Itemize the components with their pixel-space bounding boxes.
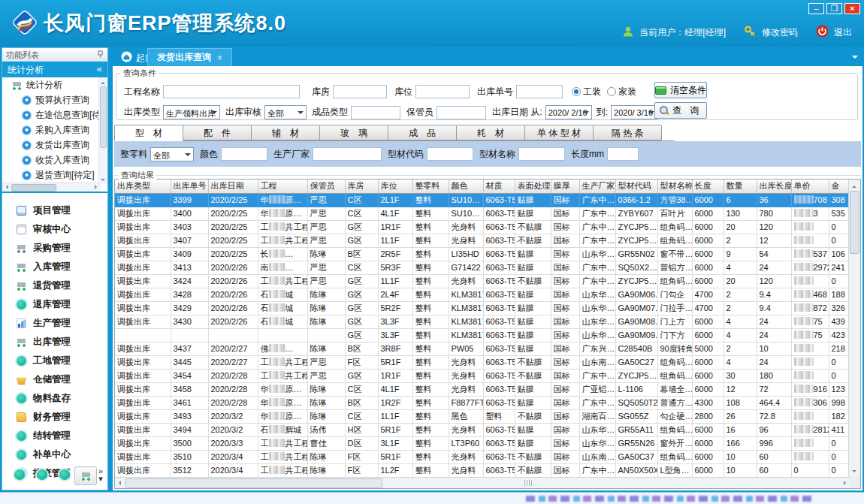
tree-item[interactable]: 发货出库查询	[2, 137, 107, 152]
table-row[interactable]: 调拨出库34072020/2/25工共工程严思G区1L1F整料光身料6063-T…	[115, 234, 850, 247]
tree-horizontal-scrollbar[interactable]	[2, 183, 101, 192]
location-input[interactable]	[415, 85, 470, 98]
table-row[interactable]: 调拨出库35122020/3/4工共工程陈琳F区1L2F整料光身料6063-T5…	[115, 463, 850, 477]
column-header[interactable]: 整零料	[412, 180, 449, 193]
tree-item[interactable]: 预算执行查询	[2, 92, 107, 107]
whole-part-combo[interactable]: 全部	[150, 147, 194, 161]
column-header[interactable]: 出库日期	[208, 180, 258, 193]
table-row[interactable]: 调拨出库34002020/2/25华原…严思C区4L1F整料SU10…6063-…	[115, 207, 850, 220]
sidebar-item[interactable]: 仓储管理	[2, 370, 107, 389]
column-header[interactable]: 出库类型	[115, 180, 171, 193]
sidebar-item[interactable]: 财务管理	[2, 408, 107, 427]
tree-item[interactable]: 在途信息查询[待	[2, 107, 107, 122]
table-row[interactable]: 调拨出库34282020/2/26石城陈琳G区2L4F整料KLM38176063…	[115, 288, 850, 301]
column-header[interactable]: 库房	[345, 180, 378, 193]
column-header[interactable]: 型材名称	[657, 180, 692, 193]
material-tab[interactable]: 型 材	[114, 125, 183, 141]
column-header[interactable]: 生产厂家	[579, 180, 615, 193]
warehouse-input[interactable]	[333, 85, 387, 98]
table-row[interactable]: 调拨出库34032020/2/25工共工程严思G区1R1F整料光身料6063-T…	[115, 220, 850, 234]
change-password-link[interactable]: 修改密码	[762, 26, 798, 39]
sidebar-item[interactable]: 出库管理	[2, 333, 107, 352]
pin-icon[interactable]	[97, 50, 104, 59]
profile-code-input[interactable]	[427, 147, 473, 161]
tree-item[interactable]: 采购入库查询	[2, 122, 107, 137]
sidebar-item[interactable]: 结转管理	[2, 427, 107, 445]
sidebar-item[interactable]: 审核中心	[2, 220, 107, 239]
column-header[interactable]: 工程	[258, 180, 307, 193]
collapse-icon[interactable]: «	[97, 63, 102, 74]
table-row[interactable]: 调拨出库34612020/2/28华原…陈琳B区1R2F整料F8877FT606…	[115, 396, 850, 409]
clear-conditions-button[interactable]: 清空条件	[654, 82, 707, 98]
maker-input[interactable]	[313, 147, 382, 161]
column-header[interactable]: 材质	[483, 180, 515, 193]
table-row[interactable]: 调拨出库34452020/2/27工共工程严思F区5R1F整料光身料6063-T…	[115, 355, 850, 369]
column-header[interactable]: 出库单号	[171, 180, 208, 193]
color-input[interactable]	[221, 147, 267, 161]
maximize-button[interactable]: ❒	[826, 3, 842, 14]
project-name-input[interactable]	[163, 85, 300, 98]
table-row[interactable]: 调拨出库34542020/2/28工共工程严思G区1R1F整料光身料6063-T…	[115, 369, 850, 382]
table-row[interactable]: 调拨出库34942020/3/2石辉城汤伟H区5R1F整料光身料6063-T5贴…	[115, 423, 850, 436]
group-header[interactable]: 统计分析 «	[2, 62, 107, 77]
radio-work[interactable]: 工装	[572, 86, 601, 98]
keeper-input[interactable]	[437, 106, 486, 119]
table-row[interactable]: 调拨出库33992020/2/25华原…严思C区2L1F整料SU10…6063-…	[115, 193, 850, 207]
sidebar-item[interactable]: 物料盘存	[2, 389, 107, 408]
product-type-input[interactable]	[351, 106, 400, 119]
out-no-input[interactable]	[516, 85, 563, 98]
table-row[interactable]: 调拨出库34242020/2/26工共工程严思G区1L1F整料光身料6063-T…	[115, 274, 850, 288]
sidebar-item[interactable]: 工地管理	[2, 352, 107, 370]
table-row[interactable]: G区3L3F整料KLM38176063-T5贴膜国标山东华…GA90M09.门下…	[115, 328, 850, 342]
sidebar-item[interactable]: 补单中心	[2, 445, 107, 464]
out-type-combo[interactable]: 生产领料出库	[163, 105, 220, 119]
horizontal-scrollbar[interactable]	[115, 477, 850, 488]
material-tab[interactable]: 辅 材	[251, 125, 320, 140]
dock-cart-button[interactable]	[74, 466, 97, 485]
dock-circle-icon[interactable]	[59, 469, 70, 480]
material-tab[interactable]: 隔 热 条	[593, 125, 662, 140]
column-header[interactable]: 颜色	[449, 180, 483, 193]
dock-circle-icon[interactable]	[37, 469, 47, 480]
tree-item[interactable]: 退货查询[待定]	[2, 167, 107, 183]
tree-item[interactable]: 收货入库查询	[2, 152, 107, 167]
tab-list-dropdown-icon[interactable]	[852, 56, 858, 62]
audit-combo[interactable]: 全部	[264, 105, 307, 119]
radio-home[interactable]: 家装	[607, 86, 636, 98]
column-header[interactable]: 单价	[791, 180, 829, 193]
material-tab[interactable]: 配 件	[183, 125, 252, 140]
sidebar-item[interactable]: 项目管理	[2, 201, 107, 220]
tree-root[interactable]: 统计分析	[2, 77, 107, 92]
column-header[interactable]: 型材代码	[615, 180, 657, 193]
material-tab[interactable]: 成 品	[388, 125, 457, 140]
column-header[interactable]: 保管员	[307, 180, 345, 193]
dock-more-button[interactable]: »▾	[98, 467, 103, 482]
material-tab[interactable]: 耗 材	[456, 125, 525, 140]
sidebar-item[interactable]: 退库管理	[2, 295, 107, 314]
sidebar-item[interactable]: 退货管理	[2, 276, 107, 295]
column-header[interactable]: 表面处理	[515, 180, 551, 193]
logout-link[interactable]: 退出	[834, 26, 852, 39]
column-header[interactable]: 数量	[724, 180, 757, 193]
minimize-button[interactable]: –	[808, 3, 824, 14]
column-header[interactable]: 库位	[378, 180, 412, 193]
dock-circle-icon[interactable]	[14, 469, 25, 480]
table-row[interactable]: 调拨出库34302020/2/26石城陈琳G区3L3F整料KLM38176063…	[115, 315, 850, 328]
tree-vertical-scrollbar[interactable]	[98, 77, 107, 184]
table-row[interactable]: 调拨出库34582020/2/28华原…陈琳C区4L1F整料光身料6063-T5…	[115, 382, 850, 396]
material-tab[interactable]: 单 体 型 材	[524, 125, 594, 140]
length-input[interactable]	[607, 147, 639, 161]
table-row[interactable]: 调拨出库34932020/3/2华原…陈琳C区1L1F整料黑色塑料不贴膜国标湖南…	[115, 409, 850, 423]
column-header[interactable]: 长度	[692, 180, 724, 193]
table-row[interactable]: 调拨出库34372020/2/27佛…陈琳B区3R8F整料PW056063-T5…	[115, 342, 850, 355]
tab-close-icon[interactable]: ×	[217, 53, 222, 63]
table-row[interactable]: 调拨出库35102020/3/4工共工程陈琳F区5R1F整料光身料6063-T5…	[115, 450, 850, 463]
date-to-picker[interactable]: 2020/ 3/16	[611, 105, 657, 119]
table-row[interactable]: 调拨出库34132020/2/26南…严思C区5R3F整料G714226063-…	[115, 261, 850, 274]
sidebar-item[interactable]: 采购管理	[2, 239, 107, 258]
vertical-scrollbar-thumb[interactable]	[850, 191, 859, 254]
material-tab[interactable]: 玻 璃	[319, 125, 388, 140]
sidebar-item[interactable]: 生产管理	[2, 314, 107, 333]
table-row[interactable]: 调拨出库34092020/2/25长…陈琳B区2R5F整料LI35HD6063-…	[115, 247, 850, 261]
search-button[interactable]: 查 询	[654, 102, 707, 119]
